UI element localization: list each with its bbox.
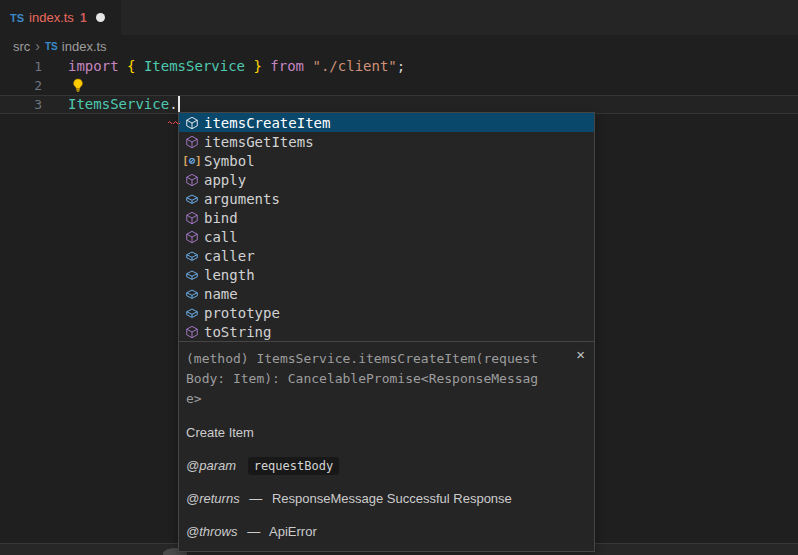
code-line-1[interactable]: 1 import { ItemsService } from "./client…	[0, 57, 798, 76]
suggestion-item[interactable]: [⊘] prototype	[179, 303, 594, 322]
keyword-from: from	[270, 57, 312, 76]
suggestion-item[interactable]: [⊘] itemsGetItems	[179, 132, 594, 151]
suggestion-label: prototype	[204, 305, 280, 321]
suggestion-label: name	[204, 286, 238, 302]
dash-separator: —	[247, 524, 260, 539]
returns-text: ResponseMessage Successful Response	[272, 491, 512, 506]
suggestion-item[interactable]: [⊘] caller	[179, 246, 594, 265]
suggestion-item[interactable]: [⊘] name	[179, 284, 594, 303]
symbol-field-icon	[184, 248, 200, 264]
keyword-import: import	[68, 57, 127, 76]
identifier-itemsservice: ItemsService	[144, 57, 245, 76]
suggestion-label: toString	[204, 324, 271, 340]
suggestion-label: Symbol	[204, 153, 255, 169]
breadcrumb: src › TS index.ts	[0, 35, 798, 57]
brace-open: {	[127, 57, 144, 76]
modified-indicator-icon[interactable]	[96, 13, 105, 22]
symbol-field-icon	[184, 286, 200, 302]
symbol-field-icon	[184, 305, 200, 321]
suggestion-label: arguments	[204, 191, 280, 207]
identifier-itemsservice: ItemsService	[68, 95, 169, 114]
throws-text: ApiError	[269, 524, 317, 539]
param-tag: @param	[186, 458, 236, 473]
suggestion-label: apply	[204, 172, 246, 188]
symbol-method-icon	[184, 229, 200, 245]
intellisense-widget: [⊘] itemsCreateItem [⊘] itemsGetItems [⊘…	[178, 112, 595, 552]
symbol-method-icon	[184, 115, 200, 131]
error-squiggle-icon	[168, 110, 180, 128]
doc-returns-row: @returns — ResponseMessage Successful Re…	[186, 491, 586, 506]
symbol-method-icon	[184, 134, 200, 150]
suggestion-item[interactable]: [⊘] apply	[179, 170, 594, 189]
returns-tag: @returns	[186, 491, 240, 506]
semicolon: ;	[397, 57, 405, 76]
param-code-badge: requestBody	[248, 457, 339, 475]
suggestion-item[interactable]: [⊘] length	[179, 265, 594, 284]
doc-param-row: @param requestBody	[186, 458, 586, 473]
symbol-method-icon	[184, 324, 200, 340]
suggestion-item[interactable]: [⊘] call	[179, 227, 594, 246]
doc-description: Create Item	[186, 425, 586, 440]
suggestion-label: itemsCreateItem	[204, 115, 330, 131]
tab-problem-badge: 1	[80, 11, 87, 25]
throws-tag: @throws	[186, 524, 238, 539]
symbol-method-icon	[184, 210, 200, 226]
suggestion-item[interactable]: [⊘] Symbol	[179, 151, 594, 170]
chevron-right-icon: ›	[35, 38, 40, 54]
symbol-method-icon	[184, 172, 200, 188]
suggestion-list: [⊘] itemsCreateItem [⊘] itemsGetItems [⊘…	[179, 113, 594, 341]
breadcrumb-folder[interactable]: src	[13, 39, 30, 54]
suggestion-item[interactable]: [⊘] arguments	[179, 189, 594, 208]
symbol-field-icon	[184, 267, 200, 283]
typescript-file-icon: TS	[45, 41, 58, 52]
line-number: 1	[0, 57, 42, 76]
suggestion-item[interactable]: [⊘] bind	[179, 208, 594, 227]
suggestion-docs-panel: (method) ItemsService.itemsCreateItem(re…	[179, 341, 594, 551]
suggestion-label: call	[204, 229, 238, 245]
string-client-path: "./client"	[312, 57, 396, 76]
dash-separator: —	[249, 491, 262, 506]
symbol-field-icon	[184, 191, 200, 207]
tab-filename: index.ts	[29, 10, 74, 25]
suggestion-item[interactable]: [⊘] itemsCreateItem	[179, 113, 594, 132]
doc-throws-row: @throws — ApiError	[186, 524, 586, 539]
typescript-file-icon: TS	[10, 12, 24, 24]
suggestion-label: length	[204, 267, 255, 283]
suggestion-label: itemsGetItems	[204, 134, 314, 150]
tab-index-ts[interactable]: TS index.ts 1	[0, 0, 121, 35]
brace-close: }	[245, 57, 270, 76]
code-editor[interactable]: 1 import { ItemsService } from "./client…	[0, 57, 798, 114]
symbol-variable-icon: [⊘]	[184, 153, 200, 169]
tab-bar: TS index.ts 1	[0, 0, 798, 35]
suggestion-item[interactable]: [⊘] toString	[179, 322, 594, 341]
suggestion-label: caller	[204, 248, 255, 264]
line-number: 2	[0, 76, 42, 95]
breadcrumb-file[interactable]: index.ts	[62, 39, 107, 54]
code-line-2[interactable]: 2	[0, 76, 798, 95]
method-signature: (method) ItemsService.itemsCreateItem(re…	[186, 349, 542, 409]
lightbulb-icon[interactable]	[71, 78, 85, 93]
line-number: 3	[0, 95, 42, 114]
suggestion-label: bind	[204, 210, 238, 226]
close-icon[interactable]: ×	[576, 347, 585, 362]
